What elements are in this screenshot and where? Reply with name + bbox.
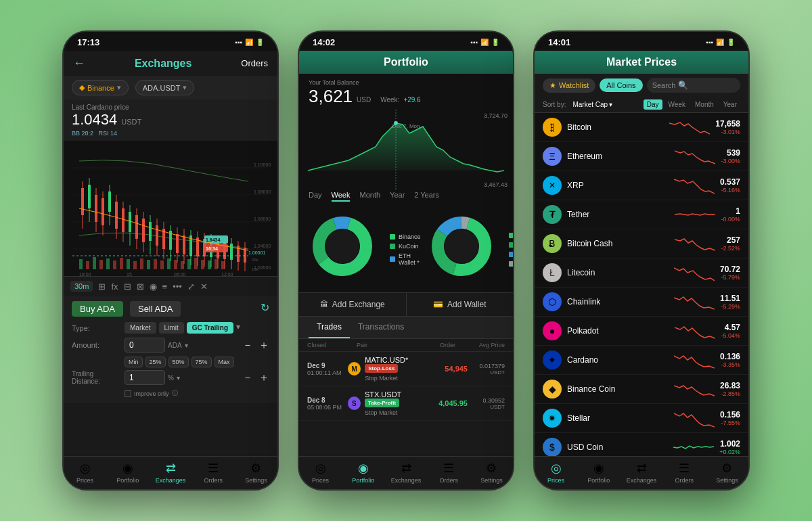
nav-exchanges-2[interactable]: ⇄ Exchanges — [384, 461, 427, 484]
coin-row-tether[interactable]: ₮ Tether 1 -0.00% — [535, 200, 748, 229]
chart-tool-fx[interactable]: fx — [111, 281, 118, 292]
trading-chart[interactable]: 1.10000 1.08000 1.06000 1.04000 1.02000 — [64, 141, 277, 276]
period-year[interactable]: Year — [720, 99, 740, 110]
market-btn[interactable]: Market — [125, 322, 156, 334]
limit-btn[interactable]: Limit — [159, 322, 184, 334]
coin-row-cardano[interactable]: ✦ Cardano 0.136 -3.35% — [535, 346, 748, 375]
tab-2years[interactable]: 2 Years — [414, 191, 439, 202]
svg-rect-14 — [95, 195, 97, 222]
timeframe-selector[interactable]: 30m — [70, 281, 93, 292]
nav-orders-1[interactable]: ☰ Orders — [192, 461, 235, 484]
period-month[interactable]: Month — [692, 99, 717, 110]
chart-tool-stack[interactable]: ≡ — [162, 281, 168, 292]
stx-avg: 0.30952 — [468, 397, 505, 404]
amount-increase[interactable]: ＋ — [258, 338, 269, 353]
info-icon[interactable]: ⓘ — [172, 389, 178, 398]
tab-year[interactable]: Year — [390, 191, 405, 202]
coin-row-ethereum[interactable]: Ξ Ethereum 539 -3.00% — [535, 142, 748, 171]
nav-prices-1[interactable]: ◎ Prices — [64, 461, 106, 484]
coin-row-bitcoin[interactable]: ₿ Bitcoin 17,658 -3.01% — [535, 113, 748, 142]
coin-row-chainlink[interactable]: ⬡ Chainlink 11.51 -5.29% — [535, 288, 748, 317]
pair-selector[interactable]: ADA.USDT ▾ — [135, 80, 195, 95]
sell-tab[interactable]: Sell ADA — [130, 301, 181, 317]
search-box[interactable]: Search 🔍 — [647, 78, 740, 93]
nav-settings-1[interactable]: ⚙ Settings — [235, 461, 277, 484]
max-btn[interactable]: Max — [215, 357, 234, 367]
transactions-tab[interactable]: Transactions — [350, 317, 412, 338]
trailing-increase[interactable]: ＋ — [258, 371, 269, 385]
nav-portfolio-3[interactable]: ◉ Portfolio — [577, 461, 620, 484]
improve-checkbox[interactable] — [125, 390, 131, 397]
others-dot — [509, 261, 514, 267]
binance-selector[interactable]: ◆ Binance ▾ — [72, 80, 129, 95]
tab-week[interactable]: Week — [332, 191, 351, 202]
legend-kucoin: KuCoin — [390, 243, 421, 250]
trades-tab[interactable]: Trades — [309, 317, 350, 338]
svg-text:1.08000: 1.08000 — [254, 189, 271, 194]
trailing-btn[interactable]: GC Trailing — [187, 322, 233, 334]
coin-row-xrp[interactable]: ✕ XRP 0.537 -5.16% — [535, 171, 748, 200]
eth-wallet-dot — [390, 256, 395, 262]
back-button[interactable]: ← — [73, 56, 85, 70]
chart-tool-lines[interactable]: ⊟ — [124, 281, 131, 292]
coin-row-litecoin[interactable]: Ł Litecoin 70.72 -5.79% — [535, 258, 748, 288]
chart-tool-close[interactable]: ✕ — [200, 281, 208, 292]
nav-orders-2[interactable]: ☰ Orders — [428, 461, 470, 484]
trailing-decrease[interactable]: － — [242, 371, 253, 385]
trailing-input[interactable] — [125, 370, 165, 385]
svg-rect-74 — [140, 258, 143, 269]
cardano-change: -3.35% — [720, 361, 740, 368]
buy-tab[interactable]: Buy ADA — [72, 301, 123, 317]
coin-row-stellar[interactable]: ✷ Stellar 0.156 -7.55% — [535, 404, 748, 433]
period-day[interactable]: Day — [644, 99, 662, 110]
nav-exchanges-3[interactable]: ⇄ Exchanges — [620, 461, 662, 484]
exchange-header-title: Exchanges — [85, 58, 241, 70]
nav-portfolio-2[interactable]: ◉ Portfolio — [342, 461, 384, 484]
min-btn[interactable]: Min — [125, 357, 143, 367]
chart-tool-expand[interactable]: ⤢ — [187, 281, 195, 292]
orders-icon-1: ☰ — [208, 461, 219, 476]
unit-dropdown[interactable]: ▾ — [185, 342, 188, 349]
25pct-btn[interactable]: 25% — [145, 357, 166, 367]
trailing-unit-dropdown[interactable]: ▾ — [177, 374, 180, 382]
amount-input-group: ADA ▾ — [125, 338, 237, 353]
chart-tool-layers[interactable]: ⊠ — [137, 281, 144, 292]
period-week[interactable]: Week — [665, 99, 689, 110]
75pct-btn[interactable]: 75% — [191, 357, 212, 367]
bottom-nav-2: ◎ Prices ◉ Portfolio ⇄ Exchanges ☰ Order… — [299, 456, 513, 489]
amount-decrease[interactable]: － — [242, 338, 253, 353]
coin-row-binance-coin[interactable]: ◆ Binance Coin 26.83 -2.85% — [535, 375, 748, 404]
status-icons-3: ▪▪▪ 📶 🔋 — [706, 39, 735, 46]
nav-prices-2[interactable]: ◎ Prices — [299, 461, 342, 484]
stx-avg-section: 0.30952 USDT — [468, 397, 505, 410]
tab-month[interactable]: Month — [359, 191, 380, 202]
chart-tool-bars[interactable]: ⊞ — [98, 281, 106, 292]
watchlist-btn[interactable]: ★ Watchlist — [543, 78, 595, 93]
coin-row-usd-coin[interactable]: $ USD Coin 1.002 +0.02% — [535, 433, 748, 456]
nav-prices-3[interactable]: ◎ Prices — [535, 461, 577, 484]
amount-input[interactable] — [125, 338, 165, 353]
allcoins-btn[interactable]: All Coins — [600, 78, 642, 92]
tab-day[interactable]: Day — [309, 191, 322, 202]
nav-orders-3[interactable]: ☰ Orders — [663, 461, 706, 484]
stx-details: STX.USDT Take-Profit Stop Market — [365, 390, 430, 416]
chart-tool-eye[interactable]: ◉ — [150, 281, 157, 292]
coin-row-bitcoin-cash[interactable]: Ƀ Bitcoin Cash 257 -2.52% — [535, 229, 748, 258]
nav-exchanges-1[interactable]: ⇄ Exchanges — [149, 461, 191, 484]
nav-settings-2[interactable]: ⚙ Settings — [470, 461, 513, 484]
trade-row-2[interactable]: Dec 8 05:08:06 PM S STX.USDT Take-Profit… — [299, 386, 513, 421]
portfolio-title: Portfolio — [384, 56, 428, 68]
stx-icon: S — [348, 397, 361, 410]
50pct-btn[interactable]: 50% — [168, 357, 189, 367]
chart-tool-more[interactable]: ••• — [173, 281, 182, 292]
trailing-dropdown[interactable]: ▾ — [236, 322, 240, 334]
svg-rect-40 — [183, 235, 185, 254]
add-wallet-btn[interactable]: 💳 Add Wallet — [407, 293, 514, 316]
coin-row-polkadot[interactable]: ● Polkadot 4.57 -5.04% — [535, 317, 748, 346]
nav-portfolio-1[interactable]: ◉ Portfolio — [106, 461, 149, 484]
orders-button[interactable]: Orders — [241, 58, 268, 68]
sort-value[interactable]: Market Cap ▾ — [572, 101, 612, 108]
add-exchange-btn[interactable]: 🏛 Add Exchange — [299, 293, 407, 316]
trade-row-1[interactable]: Dec 9 01:00:11 AM M MATIC.USD* Stop-Loss… — [299, 352, 513, 386]
nav-settings-3[interactable]: ⚙ Settings — [706, 461, 748, 484]
